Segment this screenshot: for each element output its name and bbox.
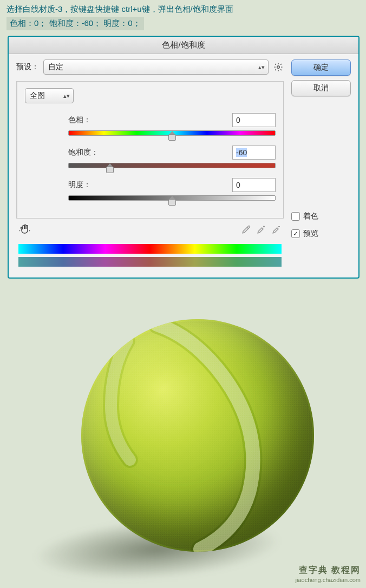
preset-label: 预设： <box>16 62 39 72</box>
ok-button[interactable]: 确定 <box>291 60 351 76</box>
tennis-ball-illustration <box>0 308 366 584</box>
lightness-input[interactable]: 0 <box>232 178 276 192</box>
spectrum-before <box>18 244 282 254</box>
sliders-group: 全图 ▴▾ 色相： 0 饱和度： -60 明度： <box>16 81 284 219</box>
preset-row: 预设： 自定 ▴▾ <box>16 60 284 75</box>
colorize-checkbox[interactable] <box>291 212 300 221</box>
scope-value: 全图 <box>30 91 45 101</box>
watermark: 查字典 教程网 jiaocheng.chazidian.com <box>296 565 361 584</box>
preview-checkbox[interactable]: ✓ <box>291 229 300 238</box>
cancel-button[interactable]: 取消 <box>291 80 351 96</box>
lightness-slider[interactable] <box>68 195 276 201</box>
chevron-updown-icon: ▴▾ <box>258 64 265 71</box>
preview-checkbox-row[interactable]: ✓ 预览 <box>291 229 351 239</box>
saturation-label: 饱和度： <box>68 148 106 157</box>
lightness-row: 明度： 0 <box>25 178 276 192</box>
eyedropper-icon[interactable] <box>241 224 251 237</box>
ball-seam <box>81 319 314 552</box>
eyedropper-plus-icon[interactable] <box>257 224 266 237</box>
saturation-thumb[interactable] <box>106 167 114 173</box>
dialog-side: 确定 取消 着色 ✓ 预览 <box>291 60 351 270</box>
hue-label: 色相： <box>68 115 106 125</box>
eyedropper-group <box>241 224 282 237</box>
saturation-input[interactable]: -60 <box>232 146 276 160</box>
hand-scrubby-icon[interactable] <box>18 223 31 239</box>
instruction-text: 选择白线材质-3，按键盘快捷键 ctrl+u键，弹出色相/饱和度界面 <box>0 0 366 17</box>
dialog-main: 预设： 自定 ▴▾ 全图 ▴▾ 色相： <box>16 60 284 270</box>
saturation-slider[interactable] <box>68 163 276 168</box>
preview-label: 预览 <box>303 229 318 239</box>
hue-row: 色相： 0 <box>25 113 276 127</box>
gear-icon[interactable] <box>273 62 284 72</box>
colorize-checkbox-row[interactable]: 着色 <box>291 212 351 221</box>
preset-value: 自定 <box>48 62 63 72</box>
eyedropper-row <box>16 223 284 239</box>
values-highlight: 色相：0； 饱和度：-60； 明度：0； <box>6 17 144 30</box>
chevron-updown-icon: ▴▾ <box>63 93 70 100</box>
svg-point-0 <box>277 66 280 69</box>
eyedropper-minus-icon[interactable] <box>272 224 282 237</box>
hue-saturation-dialog: 色相/饱和度 预设： 自定 ▴▾ 全图 ▴▾ <box>8 36 360 279</box>
scope-select[interactable]: 全图 ▴▾ <box>25 88 74 103</box>
hue-thumb[interactable] <box>168 134 176 141</box>
tennis-ball <box>81 319 314 552</box>
hue-input[interactable]: 0 <box>232 113 276 127</box>
lightness-thumb[interactable] <box>168 199 176 206</box>
dialog-titlebar[interactable]: 色相/饱和度 <box>9 37 358 54</box>
watermark-title: 查字典 教程网 <box>296 565 361 576</box>
preset-select[interactable]: 自定 ▴▾ <box>43 60 269 75</box>
colorize-label: 着色 <box>303 212 318 221</box>
hue-slider[interactable] <box>68 130 276 136</box>
spectrum-after <box>18 257 282 267</box>
saturation-row: 饱和度： -60 <box>25 146 276 160</box>
lightness-label: 明度： <box>68 180 106 190</box>
dialog-body: 预设： 自定 ▴▾ 全图 ▴▾ 色相： <box>9 54 358 278</box>
watermark-url: jiaocheng.chazidian.com <box>296 576 361 584</box>
